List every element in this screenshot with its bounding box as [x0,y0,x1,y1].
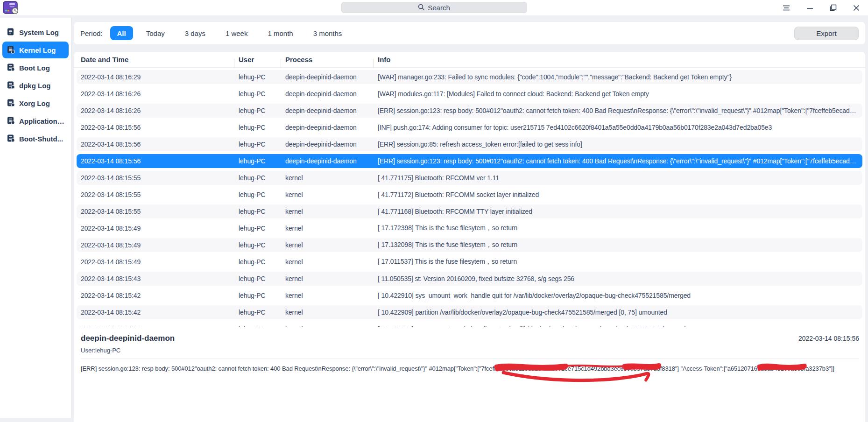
log-category-icon [7,63,15,73]
cell-datetime: 2022-03-14 08:16:26 [77,90,234,98]
table-row[interactable]: 2022-03-14 08:15:42 lehug-PC kernel [ 10… [77,288,862,302]
cell-info: [ 41.771172] Bluetooth: RFCOMM socket la… [373,191,862,198]
table-row[interactable]: 2022-03-14 08:16:29 lehug-PC deepin-deep… [77,70,862,84]
sidebar-item-label: Boot Log [19,64,50,72]
table-row[interactable]: 2022-03-14 08:15:42 lehug-PC kernel [ 10… [77,305,862,319]
cell-datetime: 2022-03-14 08:16:26 [77,107,234,114]
cell-datetime: 2022-03-14 08:15:42 [77,309,234,316]
log-category-icon [7,28,15,37]
table-row[interactable]: 2022-03-14 08:16:26 lehug-PC deepin-deep… [77,87,862,101]
period-filter-3-months[interactable]: 3 months [306,26,349,40]
cell-datetime: 2022-03-14 08:15:55 [77,208,234,215]
minimize-button[interactable] [798,0,821,15]
log-category-icon [7,45,15,55]
sidebar-item-label: Xorg Log [19,99,50,107]
table-row[interactable]: 2022-03-14 08:15:56 lehug-PC deepin-deep… [77,120,862,134]
sidebar-item-boot-shutd[interactable]: Boot-Shutd... [2,130,69,147]
sidebar-item-label: Kernel Log [19,46,56,54]
cell-process: kernel [281,225,373,232]
cell-datetime: 2022-03-14 08:15:42 [77,325,234,327]
cell-process: deepin-deepinid-daemon [281,141,373,148]
table-row[interactable]: 2022-03-14 08:15:49 lehug-PC kernel [ 17… [77,221,862,235]
table-row[interactable]: 2022-03-14 08:15:49 lehug-PC kernel [ 17… [77,255,862,269]
cell-process: kernel [281,174,373,182]
search-icon [418,4,424,12]
menu-button[interactable] [775,0,798,15]
cell-user: lehug-PC [234,258,281,266]
period-filter-1-week[interactable]: 1 week [219,26,255,40]
cell-info: [WAR] manager.go:233: Failed to sync mod… [373,73,862,81]
cell-process: deepin-deepinid-daemon [281,90,373,98]
main-content: Period: All Today 3 days 1 week 1 month … [74,15,865,422]
cell-user: lehug-PC [234,174,281,182]
cell-user: lehug-PC [234,292,281,299]
sidebar-item-application[interactable]: Application ... [2,113,69,129]
log-category-icon [7,81,15,91]
log-category-icon [7,98,15,108]
detail-message: [ERR] session.go:123: resp body: 500#012… [81,365,859,372]
sidebar-item-label: dpkg Log [19,82,51,90]
log-category-icon [7,116,15,126]
table-row[interactable]: 2022-03-14 08:15:55 lehug-PC kernel [ 41… [77,171,862,185]
sidebar-item-boot-log[interactable]: Boot Log [2,59,69,76]
cell-info: [ERR] session.go:123: resp body: 500#012… [373,107,862,114]
cell-process: kernel [281,191,373,198]
titlebar: Search [0,0,868,15]
table-row[interactable]: 2022-03-14 08:16:26 lehug-PC deepin-deep… [77,104,862,118]
cell-user: lehug-PC [234,191,281,198]
table-row[interactable]: 2022-03-14 08:15:43 lehug-PC kernel [ 11… [77,272,862,286]
table-row[interactable]: 2022-03-14 08:15:42 lehug-PC kernel [ 10… [77,322,862,327]
table-rows: 2022-03-14 08:16:29 lehug-PC deepin-deep… [74,68,865,327]
detail-user: User:lehug-PC [81,347,859,354]
cell-user: lehug-PC [234,73,281,81]
period-filter-3-days[interactable]: 3 days [178,26,212,40]
cell-process: kernel [281,208,373,215]
period-toolbar: Period: All Today 3 days 1 week 1 month … [74,22,865,44]
cell-datetime: 2022-03-14 08:15:43 [77,275,234,282]
cell-datetime: 2022-03-14 08:16:29 [77,73,234,81]
table-row[interactable]: 2022-03-14 08:15:56 lehug-PC deepin-deep… [77,154,862,168]
table-row[interactable]: 2022-03-14 08:15:56 lehug-PC deepin-deep… [77,137,862,151]
period-filter-1-month[interactable]: 1 month [261,26,300,40]
period-filter-all[interactable]: All [110,26,133,40]
table-row[interactable]: 2022-03-14 08:15:55 lehug-PC kernel [ 41… [77,204,862,218]
search-label: Search [428,4,450,12]
cell-datetime: 2022-03-14 08:15:56 [77,124,234,131]
search-input[interactable]: Search [341,2,527,13]
sidebar-item-label: Boot-Shutd... [19,135,63,143]
sidebar-item-system-log[interactable]: System Log [2,24,69,41]
detail-divider [81,359,859,359]
cell-user: lehug-PC [234,90,281,98]
table-row[interactable]: 2022-03-14 08:15:55 lehug-PC kernel [ 41… [77,188,862,202]
cell-info: [ 41.771168] Bluetooth: RFCOMM TTY layer… [373,208,862,215]
cell-datetime: 2022-03-14 08:15:55 [77,191,234,198]
sidebar-item-dpkg-log[interactable]: dpkg Log [2,77,69,94]
cell-process: kernel [281,325,373,327]
cell-user: lehug-PC [234,124,281,131]
cell-info: [ 10.422908] sys_umount_work_handle ente… [373,325,862,327]
export-button[interactable]: Export [794,27,859,40]
cell-process: kernel [281,275,373,282]
cell-datetime: 2022-03-14 08:15:56 [77,157,234,165]
sidebar-item-label: System Log [19,28,59,36]
cell-info: [WAR] modules.go:117: [Modules] Failed t… [373,90,862,98]
detail-process-title: deepin-deepinid-daemon [81,334,175,343]
close-button[interactable] [845,0,868,15]
cell-user: lehug-PC [234,141,281,148]
cell-process: kernel [281,292,373,299]
log-detail-panel: deepin-deepinid-daemon 2022-03-14 08:15:… [74,327,865,372]
cell-user: lehug-PC [234,275,281,282]
table-row[interactable]: 2022-03-14 08:15:49 lehug-PC kernel [ 17… [77,238,862,252]
period-filter-today[interactable]: Today [139,26,172,40]
sidebar: System Log Kernel Log [0,18,71,418]
column-header-datetime: Date and Time [74,56,234,63]
cell-info: [ 17.011537] This is the fuse filesytem，… [373,258,862,266]
cell-datetime: 2022-03-14 08:15:56 [77,141,234,148]
maximize-button[interactable] [821,0,845,15]
period-label: Period: [80,29,103,37]
cell-process: deepin-deepinid-daemon [281,73,373,81]
sidebar-item-xorg-log[interactable]: Xorg Log [2,95,69,112]
sidebar-item-kernel-log[interactable]: Kernel Log [2,42,69,58]
detail-timestamp: 2022-03-14 08:15:56 [798,335,859,342]
cell-process: deepin-deepinid-daemon [281,107,373,114]
